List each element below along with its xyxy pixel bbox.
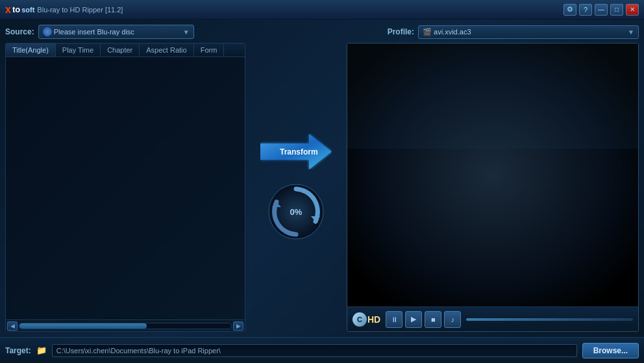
profile-label: Profile: <box>388 27 414 36</box>
profile-dropdown[interactable]: 🎬 avi.xvid.ac3 ▼ <box>418 25 639 39</box>
tab-format[interactable]: Form <box>194 44 225 56</box>
scroll-left-button[interactable]: ◀ <box>7 321 18 331</box>
content-area: Title(Angle) Play Time Chapter Aspect Ra… <box>5 43 639 332</box>
logo-to: to <box>12 5 20 14</box>
tab-chapter[interactable]: Chapter <box>101 44 140 56</box>
close-button[interactable]: ✕ <box>626 4 639 16</box>
tab-play-time[interactable]: Play Time <box>56 44 101 56</box>
volume-button[interactable]: ♪ <box>444 311 461 328</box>
play-button[interactable]: ▶ <box>405 311 422 328</box>
target-path: C:\Users\xi.chen\Documents\Blu-ray to iP… <box>52 344 577 357</box>
profile-value: avi.xvid.ac3 <box>434 28 471 36</box>
app-logo: x to soft <box>5 4 34 16</box>
video-frame <box>347 44 638 307</box>
profile-dropdown-arrow: ▼ <box>628 29 634 36</box>
scrollbar-track[interactable] <box>19 323 232 329</box>
title-bar: x to soft Blu-ray to HD Ripper [11.2] ⚙ … <box>0 0 644 19</box>
scrollbar-thumb[interactable] <box>19 323 147 329</box>
logo-soft: soft <box>21 6 34 14</box>
hd-c-icon: C <box>353 312 367 327</box>
source-label: Source: <box>5 27 34 36</box>
svg-text:0%: 0% <box>290 207 303 217</box>
tab-aspect-ratio[interactable]: Aspect Ratio <box>140 44 193 56</box>
tab-title-angle[interactable]: Title(Angle) <box>6 44 56 56</box>
browse-button[interactable]: Browse... <box>582 343 639 358</box>
maximize-button[interactable]: □ <box>610 4 623 16</box>
source-dropdown-arrow: ▼ <box>183 29 190 36</box>
hd-logo: C HD <box>353 312 380 327</box>
progress-icon: 0% <box>267 182 325 241</box>
window-controls: ⚙ ? — □ ✕ <box>564 4 639 16</box>
source-row: Source: Please insert Blu-ray disc ▼ <box>5 25 194 39</box>
transform-button[interactable]: Transform <box>260 134 332 169</box>
svg-text:Transform: Transform <box>280 147 318 156</box>
bottom-bar: Target: 📁 C:\Users\xi.chen\Documents\Blu… <box>0 337 644 363</box>
logo-x: x <box>5 4 11 16</box>
settings-button[interactable]: ⚙ <box>564 4 576 16</box>
source-value: Please insert Blu-ray disc <box>54 28 134 36</box>
pause-button[interactable]: ⏸ <box>386 311 402 328</box>
left-panel: Title(Angle) Play Time Chapter Aspect Ra… <box>5 43 245 332</box>
hd-text: HD <box>367 314 380 325</box>
rotate-area: 0% <box>267 182 325 241</box>
main-content: Source: Please insert Blu-ray disc ▼ Pro… <box>0 19 644 337</box>
minimize-button[interactable]: — <box>595 4 608 16</box>
folder-icon: 📁 <box>36 345 47 355</box>
source-dropdown[interactable]: Please insert Blu-ray disc ▼ <box>38 25 194 39</box>
scroll-right-button[interactable]: ▶ <box>233 321 243 331</box>
tab-content <box>6 57 245 319</box>
video-display <box>347 44 638 307</box>
stop-button[interactable]: ■ <box>425 311 441 328</box>
center-area: Transform <box>251 43 341 332</box>
svg-rect-7 <box>347 44 638 149</box>
target-label: Target: <box>5 346 31 355</box>
profile-icon: 🎬 <box>423 28 432 36</box>
video-player: C HD ⏸ ▶ ■ ♪ <box>347 43 639 332</box>
volume-slider[interactable] <box>466 318 633 321</box>
disc-icon <box>43 27 52 36</box>
video-controls: C HD ⏸ ▶ ■ ♪ <box>347 307 638 331</box>
transform-arrow-icon: Transform <box>260 134 332 169</box>
profile-row: Profile: 🎬 avi.xvid.ac3 ▼ <box>388 25 639 39</box>
tabs-bar: Title(Angle) Play Time Chapter Aspect Ra… <box>6 44 245 57</box>
toolbar: Source: Please insert Blu-ray disc ▼ Pro… <box>5 25 639 39</box>
help-button[interactable]: ? <box>579 4 592 16</box>
scroll-area: ◀ ▶ <box>6 319 245 331</box>
app-title: Blu-ray to HD Ripper [11.2] <box>37 6 123 14</box>
